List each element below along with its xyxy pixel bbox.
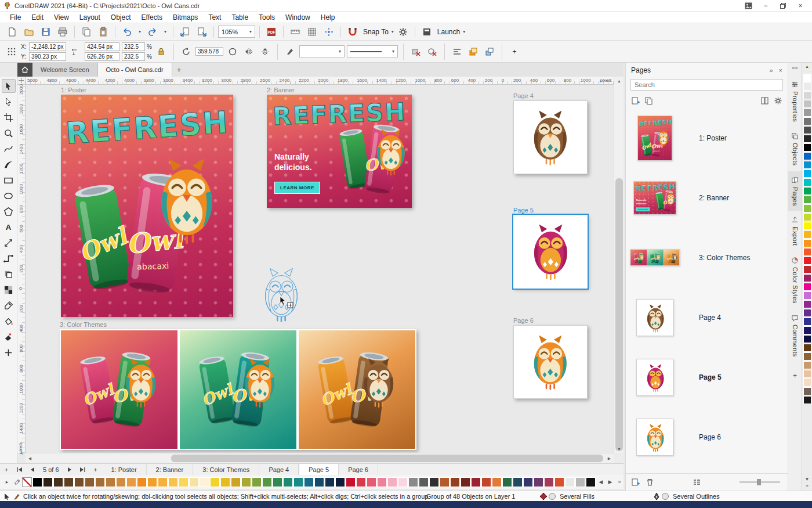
- color-swatch[interactable]: [273, 477, 282, 487]
- palette-scroll-up[interactable]: ▲: [805, 64, 809, 71]
- page-thumbnail[interactable]: [636, 419, 673, 456]
- color-swatch[interactable]: [147, 477, 157, 487]
- new-document-button[interactable]: [5, 25, 20, 39]
- horizontal-scrollbar[interactable]: ◀ ▶: [26, 453, 614, 463]
- color-swatch[interactable]: [803, 161, 811, 169]
- color-swatch[interactable]: [179, 477, 188, 487]
- rectangle-tool[interactable]: [2, 173, 16, 187]
- color-swatch[interactable]: [471, 477, 481, 487]
- new-tab-button[interactable]: +: [172, 63, 186, 77]
- color-swatch[interactable]: [32, 477, 42, 487]
- pages-list-item[interactable]: REFRESHOwlOwlabacaxi1: Poster: [626, 108, 788, 168]
- color-swatch[interactable]: [398, 477, 408, 487]
- minimize-button[interactable]: −: [757, 1, 774, 11]
- docker-tab-properties[interactable]: Properties: [788, 75, 802, 127]
- outline-width-select[interactable]: ▾: [299, 45, 345, 57]
- page-layout-icon[interactable]: [760, 96, 769, 105]
- more-tools[interactable]: [2, 345, 16, 359]
- color-swatch[interactable]: [803, 291, 811, 300]
- color-swatch[interactable]: [565, 477, 575, 487]
- docker-close-icon[interactable]: ×: [779, 67, 782, 74]
- palette-flyout-expand[interactable]: »: [806, 483, 808, 488]
- color-swatch[interactable]: [189, 477, 199, 487]
- color-swatch[interactable]: [803, 126, 811, 134]
- color-swatch[interactable]: [377, 477, 387, 487]
- page-tab-1-poster[interactable]: 1: Poster: [102, 464, 147, 475]
- docker-tab-export[interactable]: Export: [788, 211, 802, 251]
- list-view-icon[interactable]: [693, 478, 701, 487]
- artboard-page4[interactable]: [513, 100, 588, 174]
- rotation-angle-input[interactable]: [195, 47, 223, 56]
- show-ruler-toggle[interactable]: [288, 25, 303, 39]
- menu-view[interactable]: View: [49, 12, 74, 23]
- vertical-scroll-thumb[interactable]: [615, 178, 623, 451]
- color-swatch[interactable]: [803, 143, 811, 152]
- scroll-right-button[interactable]: ▶: [605, 453, 614, 463]
- last-page-button[interactable]: [77, 464, 89, 475]
- vertical-scrollbar[interactable]: ▲ ▼: [614, 77, 624, 453]
- delete-page-icon[interactable]: [646, 478, 654, 487]
- color-swatch[interactable]: [803, 82, 811, 91]
- first-page-button[interactable]: [13, 464, 26, 475]
- pages-list-item[interactable]: OwlOwlOwlOwlOwlOwl3: Color Themes: [626, 228, 788, 287]
- home-tab-icon[interactable]: [17, 63, 32, 77]
- color-swatch[interactable]: [575, 477, 585, 487]
- lock-ratio-button[interactable]: [154, 45, 168, 58]
- zoom-level-select[interactable]: 105%▾: [218, 26, 255, 38]
- color-swatch[interactable]: [803, 370, 811, 378]
- scale-v-input[interactable]: [122, 52, 145, 61]
- color-swatch[interactable]: [586, 477, 596, 487]
- color-swatch[interactable]: [544, 477, 554, 487]
- new-page-icon[interactable]: [631, 96, 640, 105]
- menu-text[interactable]: Text: [203, 12, 226, 23]
- pages-list-item[interactable]: Page 4: [626, 287, 788, 347]
- menu-layout[interactable]: Layout: [74, 12, 106, 23]
- vertical-ruler[interactable]: 2000180016001400120010008006004002000200…: [17, 85, 26, 453]
- color-swatch[interactable]: [803, 335, 811, 343]
- color-swatch[interactable]: [440, 477, 449, 487]
- menu-object[interactable]: Object: [106, 12, 136, 23]
- redo-dropdown-caret[interactable]: ▾: [162, 25, 169, 39]
- export-button[interactable]: [194, 25, 209, 39]
- color-swatch[interactable]: [803, 387, 811, 395]
- duplicate-page-icon[interactable]: [644, 96, 653, 105]
- print-button[interactable]: [55, 25, 70, 39]
- color-swatch[interactable]: [803, 265, 811, 273]
- page-tab-page-6[interactable]: Page 6: [339, 464, 378, 475]
- palette-scroll-right[interactable]: ▶: [606, 476, 615, 488]
- workspace-icon[interactable]: [419, 25, 434, 39]
- import-button[interactable]: [177, 25, 193, 39]
- color-swatch[interactable]: [803, 283, 811, 291]
- color-swatch[interactable]: [283, 477, 293, 487]
- color-swatch[interactable]: [158, 477, 168, 487]
- paste-button[interactable]: [96, 25, 111, 39]
- launch-dropdown[interactable]: ▾: [463, 29, 465, 34]
- color-swatch[interactable]: [231, 477, 241, 487]
- redo-button[interactable]: [145, 25, 160, 39]
- outline-status-icon[interactable]: [652, 492, 670, 500]
- color-swatch[interactable]: [803, 222, 811, 230]
- customize-property-bar-button[interactable]: +: [507, 45, 521, 58]
- order-button[interactable]: [483, 45, 496, 58]
- color-swatch[interactable]: [168, 477, 178, 487]
- previous-page-button[interactable]: [26, 464, 38, 475]
- pick-tool[interactable]: [2, 79, 16, 93]
- pages-list-item[interactable]: Page 6: [626, 407, 788, 467]
- parallel-dimension-tool[interactable]: [2, 236, 16, 250]
- page-tab-3-color-themes[interactable]: 3: Color Themes: [193, 464, 259, 475]
- publish-pdf-button[interactable]: PDF: [264, 25, 279, 39]
- no-color-swatch[interactable]: [22, 477, 32, 487]
- close-button[interactable]: ×: [792, 1, 809, 11]
- menu-window[interactable]: Window: [280, 12, 316, 23]
- color-swatch[interactable]: [803, 109, 811, 117]
- options-gear-icon[interactable]: [396, 25, 411, 39]
- color-swatch[interactable]: [803, 300, 811, 308]
- page-thumbnail[interactable]: [636, 299, 673, 336]
- color-swatch[interactable]: [803, 379, 811, 387]
- ellipse-tool[interactable]: [2, 189, 16, 203]
- color-swatch[interactable]: [803, 204, 811, 212]
- horizontal-scroll-thumb[interactable]: [171, 455, 603, 462]
- menu-effects[interactable]: Effects: [136, 12, 168, 23]
- color-swatch[interactable]: [116, 477, 126, 487]
- scroll-down-button[interactable]: ▼: [614, 445, 624, 453]
